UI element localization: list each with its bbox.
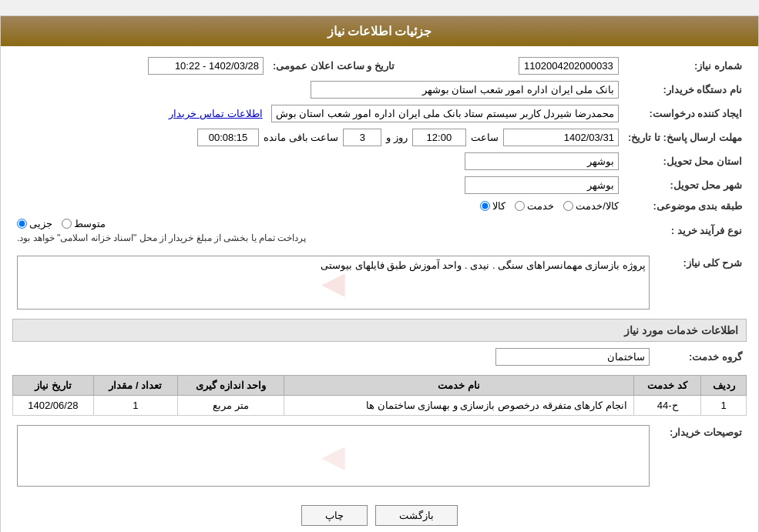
buyer-desc-value: ◀ (12, 422, 654, 490)
row-id-date: شماره نیاز: 1102004202000033 تاریخ و ساع… (12, 54, 747, 78)
back-button[interactable]: بازگشت (375, 505, 458, 526)
row-process-type: نوع فرآیند خرید : متوسط جزیی (12, 215, 747, 246)
ایجاد-کننده-field: محمدرضا شیردل کاربر سیستم ستاد بانک ملی … (271, 105, 619, 122)
remaining-label: ساعت باقی مانده (264, 132, 338, 143)
page-container: جزئیات اطلاعات نیاز شماره نیاز: 11020042… (0, 15, 759, 532)
radio-kala[interactable]: کالا (480, 200, 505, 212)
radio-motavaset-label: متوسط (74, 218, 106, 229)
row-category: طبقه بندی موضوعی: کالا/خدمت خدمت کالا (12, 197, 747, 215)
ایجاد-کننده-value: محمدرضا شیردل کاربر سیستم ستاد بانک ملی … (12, 102, 623, 125)
group-row: گروه خدمت: ساختمان (12, 345, 747, 369)
col-service-name: نام خدمت (284, 376, 634, 396)
radio-motavaset[interactable]: متوسط (62, 218, 106, 229)
info-table: شماره نیاز: 1102004202000033 تاریخ و ساع… (12, 54, 747, 246)
row-province: استان محل تحویل: بوشهر (12, 149, 747, 173)
شماره-نیاز-value: 1102004202000033 (399, 54, 623, 78)
process-radio-group: متوسط جزیی (17, 218, 106, 229)
buyer-desc-container: ◀ (17, 425, 650, 487)
services-thead: ردیف کد خدمت نام خدمت واحد اندازه گیری ت… (13, 376, 747, 396)
row-deadline: مهلت ارسال پاسخ: تا تاریخ: 00:08:15 ساعت… (12, 125, 747, 149)
group-field: ساختمان (495, 348, 650, 366)
sharh-container: پروژه بازسازی مهمانسراهای سنگی . نیدی . … (17, 256, 650, 309)
remaining-field: 00:08:15 (197, 129, 259, 146)
sharh-row: شرح کلی نیاز: پروژه بازسازی مهمانسراهای … (12, 253, 747, 313)
bottom-buttons: بازگشت چاپ (12, 496, 747, 532)
row-creator: ایجاد کننده درخواست: محمدرضا شیردل کاربر… (12, 102, 747, 125)
days-field: 3 (343, 129, 381, 146)
col-date: تاریخ نیاز (13, 376, 94, 396)
sharh-table: شرح کلی نیاز: پروژه بازسازی مهمانسراهای … (12, 253, 747, 313)
استان-field: بوشهر (465, 152, 619, 170)
طبقه-value: کالا/خدمت خدمت کالا (12, 197, 623, 215)
group-label: گروه خدمت: (654, 345, 747, 369)
radio-kala-khadamat[interactable]: کالا/خدمت (563, 200, 619, 212)
purchase-note: پرداخت تمام یا بخشی از مبلغ خریدار از مح… (17, 233, 306, 243)
radio-khadamat-label: خدمت (527, 200, 554, 212)
radio-kala-khadamat-label: کالا/خدمت (576, 200, 619, 212)
مهلت-label: مهلت ارسال پاسخ: تا تاریخ: (623, 125, 747, 149)
group-table: گروه خدمت: ساختمان (12, 345, 747, 369)
services-section-header: اطلاعات خدمات مورد نیاز (12, 319, 747, 342)
row-city: شهر محل تحویل: بوشهر (12, 173, 747, 197)
تاریخ-value: 1402/03/28 - 10:22 (12, 54, 268, 78)
مهلت-value: 00:08:15 ساعت باقی مانده 3 روز و 12:00 س… (12, 125, 623, 149)
col-quantity: تعداد / مقدار (93, 376, 177, 396)
services-header-row: ردیف کد خدمت نام خدمت واحد اندازه گیری ت… (13, 376, 747, 396)
شهر-label: شهر محل تحویل: (623, 173, 747, 197)
شهر-value: بوشهر (12, 173, 623, 197)
طبقه-label: طبقه بندی موضوعی: (623, 197, 747, 215)
page-title: جزئیات اطلاعات نیاز (327, 25, 432, 38)
تاریخ-label: تاریخ و ساعت اعلان عمومی: (268, 54, 399, 78)
page-header: جزئیات اطلاعات نیاز (1, 16, 758, 46)
buyer-desc-table: توصیحات خریدار: ◀ (12, 422, 747, 490)
نوع-فرایند-label: نوع فرآیند خرید : (623, 215, 747, 246)
تاریخ-field: 1402/03/28 - 10:22 (148, 57, 264, 75)
category-radio-group: کالا/خدمت خدمت کالا (17, 200, 619, 212)
buyer-desc-field[interactable]: ◀ (17, 425, 650, 487)
group-value: ساختمان (12, 345, 654, 369)
row-buyer: نام دستگاه خریدار: بانک ملی ایران اداره … (12, 78, 747, 102)
time-label: ساعت (471, 132, 499, 143)
buyer-desc-row: توصیحات خریدار: ◀ (12, 422, 747, 490)
cell-date: 1402/06/28 (13, 396, 94, 416)
شماره-نیاز-field: 1102004202000033 (519, 57, 619, 75)
services-table: ردیف کد خدمت نام خدمت واحد اندازه گیری ت… (12, 375, 747, 416)
نوع-فرایند-value: متوسط جزیی پرداخت تمام یا بخشی از مبلغ خ… (12, 215, 623, 246)
radio-khadamat[interactable]: خدمت (515, 200, 554, 212)
sharh-label: شرح کلی نیاز: (654, 253, 747, 313)
col-service-code: کد خدمت (633, 376, 700, 396)
نام-دستگاه-label: نام دستگاه خریدار: (623, 78, 747, 102)
radio-kala-label: کالا (492, 200, 505, 212)
نام-دستگاه-value: بانک ملی ایران اداره امور شعب استان بوشه… (12, 78, 623, 102)
شهر-field: بوشهر (465, 176, 619, 194)
col-row-num: ردیف (701, 376, 747, 396)
radio-jazee[interactable]: جزیی (17, 218, 52, 229)
buyer-desc-label: توصیحات خریدار: (654, 422, 747, 490)
watermark-2: ◀ (321, 438, 345, 473)
ایجاد-کننده-label: ایجاد کننده درخواست: (623, 102, 747, 125)
content-area: شماره نیاز: 1102004202000033 تاریخ و ساع… (1, 46, 758, 532)
col-unit: واحد اندازه گیری (178, 376, 284, 396)
نام-دستگاه-field: بانک ملی ایران اداره امور شعب استان بوشه… (311, 81, 619, 99)
cell-service-name: انجام کارهای متفرقه درخصوص بازسازی و بهس… (284, 396, 634, 416)
services-tbody: 1 ح-44 انجام کارهای متفرقه درخصوص بازساز… (13, 396, 747, 416)
date-field: 1402/03/31 (503, 129, 619, 146)
cell-row-num: 1 (701, 396, 747, 416)
radio-jazee-label: جزیی (29, 218, 52, 229)
print-button[interactable]: چاپ (301, 505, 368, 526)
table-row: 1 ح-44 انجام کارهای متفرقه درخصوص بازساز… (13, 396, 747, 416)
اطلاعات-تماس-link[interactable]: اطلاعات تماس خریدار (169, 108, 262, 119)
cell-service-code: ح-44 (633, 396, 700, 416)
days-label: روز و (386, 132, 408, 143)
استان-value: بوشهر (12, 149, 623, 173)
time-field: 12:00 (412, 129, 466, 146)
sharh-text: پروژه بازسازی مهمانسراهای سنگی . نیدی . … (321, 259, 646, 271)
sharh-field: پروژه بازسازی مهمانسراهای سنگی . نیدی . … (17, 256, 650, 309)
cell-quantity: 1 (93, 396, 177, 416)
شماره-نیاز-label: شماره نیاز: (623, 54, 747, 78)
sharh-value: پروژه بازسازی مهمانسراهای سنگی . نیدی . … (12, 253, 654, 313)
cell-unit: متر مربع (178, 396, 284, 416)
استان-label: استان محل تحویل: (623, 149, 747, 173)
